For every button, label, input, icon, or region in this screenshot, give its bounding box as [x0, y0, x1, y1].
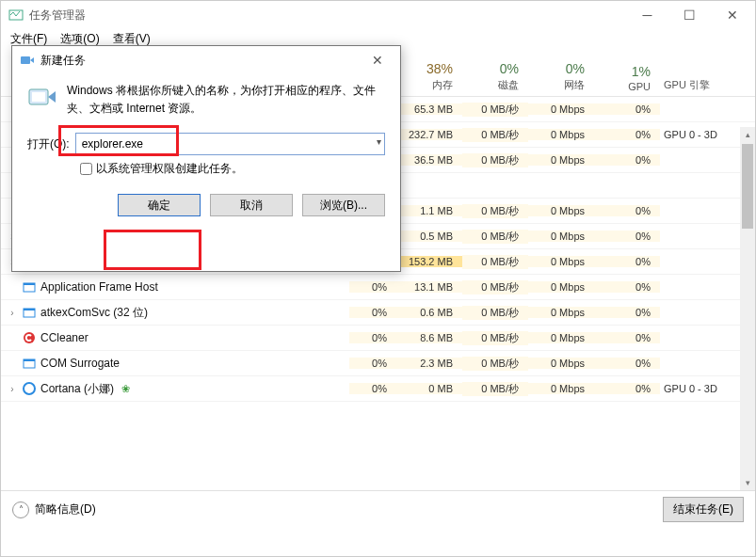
process-name-cell: ›COM Surrogate	[1, 356, 349, 371]
col-gpu[interactable]: 1% GPU	[594, 64, 660, 92]
disk-cell: 0 MB/秒	[462, 204, 528, 218]
dialog-buttons: 确定 取消 浏览(B)...	[12, 177, 400, 230]
network-cell: 0 Mbps	[528, 358, 594, 369]
dialog-close-button[interactable]: ✕	[359, 47, 396, 73]
disk-cell: 0 MB/秒	[462, 331, 528, 345]
table-row[interactable]: ›CCleaner0%8.6 MB0 MB/秒0 Mbps0%	[1, 326, 755, 351]
table-row[interactable]: ›Cortana (小娜)❀0%0 MB0 MB/秒0 Mbps0%GPU 0 …	[1, 376, 755, 402]
cpu-cell: 0%	[349, 307, 396, 318]
network-cell: 0 Mbps	[528, 332, 594, 343]
table-row[interactable]: ›atkexComSvc (32 位)0%0.6 MB0 MB/秒0 Mbps0…	[1, 300, 755, 326]
gpu-cell: 0%	[594, 358, 660, 369]
open-label: 打开(O):	[27, 136, 70, 152]
process-icon	[22, 356, 37, 371]
process-name: COM Surrogate	[40, 357, 120, 370]
open-dropdown-icon[interactable]: ▾	[377, 136, 381, 147]
gpu-engine-label: GPU 引擎	[664, 78, 755, 92]
process-name-cell: ›Cortana (小娜)❀	[1, 381, 349, 397]
network-cell: 0 Mbps	[528, 383, 594, 394]
footer: ˄ 简略信息(D) 结束任务(E)	[1, 490, 755, 528]
gpu-cell: 0%	[594, 281, 660, 293]
disk-cell: 0 MB/秒	[462, 255, 528, 269]
disk-label: 磁盘	[462, 78, 519, 92]
disk-cell: 0 MB/秒	[462, 306, 528, 320]
disk-cell: 0 MB/秒	[462, 382, 528, 396]
memory-cell: 0.5 MB	[396, 231, 462, 242]
svg-rect-0	[9, 10, 23, 20]
svg-rect-17	[32, 92, 45, 102]
leaf-icon: ❀	[121, 383, 130, 395]
memory-cell: 2.3 MB	[396, 358, 462, 369]
col-memory[interactable]: 38% 内存	[396, 61, 462, 92]
window-title: 任务管理器	[29, 8, 626, 24]
admin-checkbox[interactable]	[80, 163, 92, 175]
network-cell: 0 Mbps	[528, 281, 594, 293]
titlebar: 任务管理器 ─ ☐ ✕	[1, 1, 755, 29]
dialog-message: Windows 将根据你所键入的名称，为你打开相应的程序、文件夹、文档或 Int…	[67, 82, 385, 118]
expand-icon[interactable]: ›	[7, 308, 18, 318]
cancel-button[interactable]: 取消	[210, 194, 293, 216]
brief-info-label[interactable]: 简略信息(D)	[35, 501, 96, 517]
gpu-cell: 0%	[594, 103, 660, 115]
disk-pct: 0%	[462, 61, 519, 76]
expand-icon[interactable]: ›	[7, 384, 18, 394]
memory-cell: 8.6 MB	[396, 332, 462, 343]
close-button[interactable]: ✕	[711, 2, 753, 28]
cpu-cell: 0%	[349, 383, 396, 394]
network-cell: 0 Mbps	[528, 307, 594, 318]
process-name: Cortana (小娜)	[40, 381, 114, 397]
end-task-button[interactable]: 结束任务(E)	[663, 497, 744, 522]
col-disk[interactable]: 0% 磁盘	[462, 61, 528, 92]
process-icon	[22, 381, 37, 396]
scroll-down-arrow[interactable]: ▾	[740, 475, 755, 490]
memory-cell: 65.3 MB	[396, 103, 462, 115]
network-cell: 0 Mbps	[528, 205, 594, 216]
cpu-cell: 0%	[349, 332, 396, 343]
dialog-title: 新建任务	[40, 53, 359, 69]
window-controls: ─ ☐ ✕	[626, 2, 753, 28]
table-row[interactable]: ›COM Surrogate0%2.3 MB0 MB/秒0 Mbps0%	[1, 351, 755, 376]
memory-cell: 0 MB	[396, 383, 462, 394]
memory-cell: 0.6 MB	[396, 307, 462, 318]
process-name-cell: ›atkexComSvc (32 位)	[1, 305, 349, 321]
memory-pct: 38%	[396, 61, 453, 76]
gpu-cell: 0%	[594, 332, 660, 343]
process-icon	[22, 279, 37, 294]
gpu-cell: 0%	[594, 256, 660, 267]
memory-cell: 1.1 MB	[396, 205, 462, 216]
dialog-body: Windows 将根据你所键入的名称，为你打开相应的程序、文件夹、文档或 Int…	[12, 74, 400, 177]
ok-button[interactable]: 确定	[118, 194, 201, 216]
process-name-cell: ›CCleaner	[1, 330, 349, 345]
scroll-thumb[interactable]	[742, 144, 753, 229]
process-icon	[22, 330, 37, 345]
maximize-button[interactable]: ☐	[668, 2, 711, 28]
process-icon	[22, 305, 37, 320]
svg-rect-8	[24, 283, 35, 285]
disk-cell: 0 MB/秒	[462, 280, 528, 294]
col-gpu-engine[interactable]: GPU 引擎	[660, 61, 755, 92]
network-cell: 0 Mbps	[528, 103, 594, 115]
vertical-scrollbar[interactable]: ▴ ▾	[740, 127, 755, 490]
gpu-cell: 0%	[594, 129, 660, 140]
network-label: 网络	[528, 78, 585, 92]
minimize-button[interactable]: ─	[626, 2, 668, 28]
memory-cell: 232.7 MB	[396, 129, 462, 140]
process-name: CCleaner	[40, 331, 88, 344]
gpu-cell: 0%	[594, 307, 660, 318]
gpu-cell: 0%	[594, 154, 660, 166]
scroll-up-arrow[interactable]: ▴	[740, 127, 755, 142]
memory-cell: 13.1 MB	[396, 281, 462, 293]
browse-button[interactable]: 浏览(B)...	[302, 194, 385, 216]
process-name: atkexComSvc (32 位)	[40, 305, 148, 321]
process-name: Application Frame Host	[40, 280, 158, 294]
dialog-titlebar: 新建任务 ✕	[12, 46, 400, 74]
process-name-cell: ›Application Frame Host	[1, 279, 349, 294]
brief-info-toggle-icon[interactable]: ˄	[12, 501, 29, 518]
table-row[interactable]: ›Application Frame Host0%13.1 MB0 MB/秒0 …	[1, 275, 755, 300]
new-task-dialog: 新建任务 ✕ Windows 将根据你所键入的名称，为你打开相应的程序、文件夹、…	[11, 45, 401, 272]
memory-label: 内存	[396, 78, 453, 92]
svg-rect-15	[21, 56, 30, 64]
open-input[interactable]	[75, 133, 385, 155]
col-network[interactable]: 0% 网络	[528, 61, 594, 92]
cpu-cell: 0%	[349, 358, 396, 369]
